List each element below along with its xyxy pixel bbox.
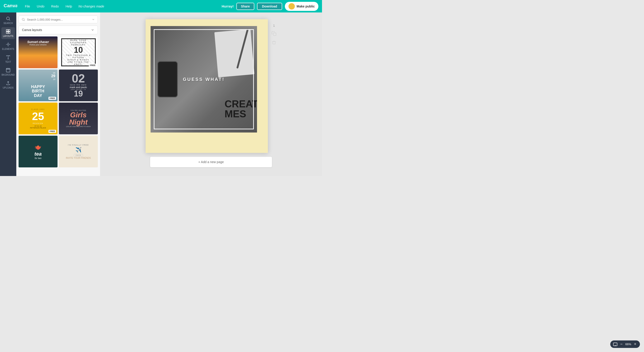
sidebar-item-background[interactable]: BKGROUND — [1, 66, 15, 78]
search-bar[interactable] — [18, 16, 98, 23]
canvas-container[interactable]: GUESS WHAT! CREAT MES — [146, 19, 268, 153]
topnav-actions: Hurray! Share Download Make public — [222, 2, 318, 11]
template-finally-free[interactable]: I'M FINALLY FREE ✈️ FIESTA INVITE YOUR F… — [59, 136, 98, 168]
template-t2-year: TWO THOUSAND & FIFTEEN — [64, 54, 92, 59]
canvas-creat-text: CREAT MES — [225, 99, 257, 119]
sidebar-label-search: SEARCH — [4, 22, 13, 24]
template-t8-badge: FIESTA — [74, 154, 83, 157]
layout-dropdown-label: Canva layouts — [22, 28, 91, 32]
svg-rect-11 — [273, 33, 276, 36]
sidebar-item-uploads[interactable]: UPLOADS — [1, 79, 15, 91]
template-t3-badge: FREE — [48, 97, 56, 100]
menu-file[interactable]: File — [24, 4, 32, 9]
sidebar-label-uploads: UPLOADS — [3, 86, 14, 89]
canvas-side-controls: 1 — [272, 19, 276, 46]
svg-line-10 — [24, 20, 25, 21]
menu-undo[interactable]: Undo — [36, 4, 46, 9]
canvas-image: GUESS WHAT! CREAT MES — [150, 26, 257, 132]
template-happy-birthday[interactable]: 092919 HAPPYBIRTHDAY FREE — [18, 70, 58, 101]
template-t5-reunion: REUNION — [33, 122, 43, 124]
template-t2-date: 10 — [64, 46, 92, 54]
template-t5-date: 07.01.19 — [34, 125, 42, 127]
background-icon — [6, 68, 11, 73]
add-page-label: + Add a new page — [198, 160, 224, 164]
template-tea-for-two[interactable]: 🫖 tea for two — [18, 136, 58, 168]
template-t7-sub: for two — [35, 157, 42, 160]
svg-rect-4 — [8, 30, 10, 31]
template-t5-venue: PATTERSON PALACE — [30, 127, 46, 129]
add-page-button[interactable]: + Add a new page — [150, 156, 272, 168]
canvas-wrapper: GUESS WHAT! CREAT MES 1 — [146, 19, 276, 153]
sidebar-icons: SEARCH LAYOUTS ELEMENTS TEXT — [0, 12, 16, 176]
status-text: No changes made — [78, 4, 104, 8]
sidebar-item-text[interactable]: TEXT — [1, 53, 15, 65]
svg-rect-5 — [6, 32, 8, 33]
template-grid: Sunset chaser Follow your dreams MARK YO… — [18, 36, 98, 168]
template-t7-title: tea — [34, 151, 42, 157]
elements-icon — [6, 42, 11, 47]
main-layout: SEARCH LAYOUTS ELEMENTS TEXT — [0, 12, 322, 176]
template-t2-host: ARE TYING THE KNOT! — [64, 61, 92, 66]
search-icon — [6, 16, 11, 21]
svg-point-9 — [22, 18, 24, 20]
canva-logo[interactable]: Canva — [4, 2, 17, 10]
layout-dropdown[interactable]: Canva layouts — [18, 26, 98, 34]
svg-point-1 — [6, 17, 10, 20]
template-t4-date: 19 — [74, 90, 83, 98]
canvas-main-text: GUESS WHAT! — [183, 77, 225, 82]
template-t2-badge: FREE — [89, 64, 96, 67]
template-t3-title: HAPPYBIRTHDAY — [21, 85, 55, 98]
search-bar-icon — [22, 18, 25, 21]
share-button[interactable]: Share — [236, 3, 254, 10]
uploads-icon — [6, 81, 11, 86]
sidebar-label-elements: ELEMENTS — [2, 48, 14, 50]
template-t6-title: GirlsNight — [69, 111, 88, 126]
copy-page-button[interactable] — [272, 31, 276, 37]
text-icon — [6, 55, 11, 60]
template-t4-number: 02 — [72, 73, 85, 84]
template-t4-save: save the date — [70, 84, 87, 86]
make-public-label: Make public — [297, 4, 315, 8]
template-t8-sub: INVITE YOUR FRIENDS — [66, 157, 91, 159]
template-t5-badge: FREE — [48, 130, 56, 133]
template-girls-night[interactable]: YOU'RE INVITED GirlsNight LESLIE'S BACHE… — [59, 102, 98, 134]
template-t6-sub: LESLIE'S BACHELORETTE BASH — [64, 126, 93, 127]
template-february-10[interactable]: MARK YOUR CALENDARS FEBRUARY 10 TWO THOU… — [59, 36, 98, 68]
template-sunset-chaser[interactable]: Sunset chaser Follow your dreams — [18, 36, 58, 68]
sidebar-label-text: TEXT — [5, 61, 11, 63]
make-public-button[interactable]: Make public — [285, 2, 318, 11]
template-t4-names: mark and paulo — [70, 86, 87, 88]
menu-redo[interactable]: Redo — [50, 4, 60, 9]
template-t5-class: CLASS 1991 — [31, 108, 45, 110]
svg-text:Canva: Canva — [4, 3, 17, 8]
svg-rect-3 — [6, 30, 8, 31]
template-t2-mark: MARK YOUR CALENDARS — [64, 39, 92, 44]
svg-line-2 — [9, 20, 10, 20]
search-input[interactable] — [27, 18, 90, 21]
sidebar-label-bkground: BKGROUND — [2, 74, 15, 76]
menu-help[interactable]: Help — [64, 4, 74, 9]
hurray-label: Hurray! — [222, 4, 234, 8]
canvas-area: GUESS WHAT! CREAT MES 1 — [100, 12, 322, 176]
page-number: 1 — [273, 24, 275, 28]
dropdown-arrow-icon — [91, 28, 94, 32]
template-t5-number: 25 — [32, 110, 44, 122]
svg-rect-6 — [8, 32, 10, 33]
svg-point-7 — [7, 44, 9, 45]
template-t2-names: DINAH & RANDY — [64, 59, 92, 61]
delete-page-button[interactable] — [272, 40, 276, 46]
search-dropdown-arrow — [92, 18, 95, 21]
avatar — [288, 3, 295, 10]
template-t8-title: I'M FINALLY FREE — [68, 144, 89, 146]
top-navigation: Canva File Undo Redo Help No changes mad… — [0, 0, 322, 12]
sidebar-item-elements[interactable]: ELEMENTS — [1, 40, 15, 52]
layouts-icon — [6, 29, 11, 34]
sidebar-item-layouts[interactable]: LAYOUTS — [1, 27, 15, 39]
template-t1-title: Sunset chaser Follow your dreams — [18, 36, 58, 50]
template-02-save-date[interactable]: 02 save the date mark and paulo palm spr… — [59, 70, 98, 101]
phone-element — [158, 61, 178, 98]
sidebar-item-search[interactable]: SEARCH — [1, 14, 15, 26]
template-class-25[interactable]: CLASS 1991 25 REUNION 07.01.19 PATTERSON… — [18, 102, 58, 134]
download-button[interactable]: Download — [257, 3, 282, 10]
sidebar-label-layouts: LAYOUTS — [3, 35, 13, 37]
